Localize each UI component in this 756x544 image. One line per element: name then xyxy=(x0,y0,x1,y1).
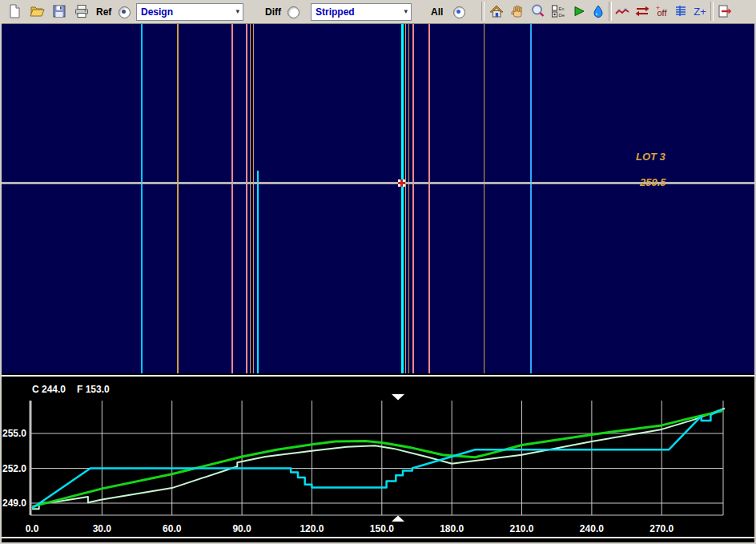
plan-line xyxy=(412,24,414,373)
zoom-window-icon xyxy=(530,3,546,19)
marker-triangle-down xyxy=(392,394,404,401)
section-view[interactable]: 249.0252.0255.00.030.060.090.0120.0150.0… xyxy=(0,378,756,542)
all-radio[interactable] xyxy=(453,6,465,18)
plan-line xyxy=(253,24,254,373)
plan-line xyxy=(405,24,406,373)
droplet-icon xyxy=(590,3,606,19)
y-axis xyxy=(30,401,32,515)
ref-label: Ref xyxy=(96,6,111,18)
ref-radio-dot xyxy=(122,10,126,14)
toolbar-separator xyxy=(710,2,714,21)
application-window: Ref Design ▾ Diff Stripped ▾ All xyxy=(0,0,756,544)
play-icon xyxy=(571,3,587,19)
chevron-down-icon: ▾ xyxy=(235,7,239,15)
x-tick-label: 240.0 xyxy=(580,523,604,534)
all-label: All xyxy=(431,6,443,18)
drainage-button[interactable] xyxy=(589,2,608,21)
exaggeration-toggle-button[interactable]: Ex De xyxy=(549,2,569,21)
zoom-window-button[interactable] xyxy=(529,2,548,21)
x-tick-label: 120.0 xyxy=(300,523,324,534)
offset-readout: F 153.0 xyxy=(77,384,110,395)
z-plus-icon: Z+ xyxy=(691,3,709,19)
plan-line xyxy=(530,24,532,373)
off-label: off xyxy=(657,8,667,18)
x-tick-label: 0.0 xyxy=(26,523,39,534)
ref-radio[interactable] xyxy=(119,6,131,18)
profile-line-icon xyxy=(614,3,630,19)
play-button[interactable] xyxy=(569,2,589,21)
plan-view[interactable]: LOT 3 259.5 xyxy=(0,24,756,373)
series-pale-green-line xyxy=(32,409,725,510)
plan-line xyxy=(257,171,259,373)
zplus-label: Z+ xyxy=(694,6,706,18)
save-icon xyxy=(51,3,67,19)
elevation-label: 259.5 xyxy=(640,176,666,188)
cursor-crosshair xyxy=(398,179,405,187)
open-folder-icon xyxy=(29,3,45,19)
x-tick-label: 30.0 xyxy=(93,523,112,534)
plan-line xyxy=(428,24,430,373)
x-tick-label: 60.0 xyxy=(163,523,182,534)
pan-hand-icon xyxy=(509,3,525,19)
chainage-readout: C 244.0 xyxy=(32,384,66,395)
marker-triangle-up xyxy=(392,516,404,522)
section-chart: 249.0252.0255.00.030.060.090.0120.0150.0… xyxy=(0,378,756,542)
plan-line xyxy=(246,24,247,373)
window-border-left xyxy=(0,23,2,544)
x-tick-label: 150.0 xyxy=(370,523,394,534)
de-label: De xyxy=(559,13,565,18)
ex-label: Ex xyxy=(559,6,565,11)
exit-icon xyxy=(716,3,732,19)
section-status: C 244.0F 153.0 xyxy=(32,384,121,395)
x-tick-label: 210.0 xyxy=(510,523,534,534)
plan-line xyxy=(141,24,143,373)
exit-button[interactable] xyxy=(714,2,734,21)
x-tick-label: 270.0 xyxy=(649,523,674,534)
zoom-plus-button[interactable]: Z+ xyxy=(690,2,710,21)
toolbar-separator xyxy=(481,2,485,21)
y-tick-label: 249.0 xyxy=(2,498,26,509)
design-combobox-value: Design xyxy=(137,6,173,18)
series-green-line xyxy=(32,411,722,507)
design-combobox[interactable]: Design ▾ xyxy=(136,3,243,21)
plan-line xyxy=(484,24,485,373)
open-file-button[interactable] xyxy=(27,2,46,21)
new-file-icon xyxy=(6,3,22,19)
profile-button[interactable] xyxy=(613,2,632,21)
plan-line xyxy=(250,24,251,373)
lot-label: LOT 3 xyxy=(636,151,666,163)
home-view-button[interactable] xyxy=(487,2,506,21)
save-button[interactable] xyxy=(50,2,69,21)
plan-line xyxy=(401,24,404,373)
offset-off-icon: + off xyxy=(653,3,670,19)
swap-direction-button[interactable] xyxy=(633,2,652,21)
x-tick-label: 180.0 xyxy=(440,523,464,534)
stripped-combobox-value: Stripped xyxy=(312,6,355,18)
toolbar-separator xyxy=(609,2,612,21)
levels-icon xyxy=(673,3,689,19)
x-tick-label: 90.0 xyxy=(232,523,251,534)
print-icon xyxy=(74,3,90,19)
y-tick-label: 252.0 xyxy=(2,463,26,474)
plan-line xyxy=(408,24,409,373)
levels-button[interactable] xyxy=(671,2,690,21)
diff-radio[interactable] xyxy=(288,6,300,18)
swap-arrows-icon xyxy=(634,3,650,19)
plan-line xyxy=(177,24,179,373)
y-tick-label: 255.0 xyxy=(2,428,26,439)
pan-button[interactable] xyxy=(508,2,527,21)
plan-line xyxy=(231,24,233,373)
toolbar: Ref Design ▾ Diff Stripped ▾ All xyxy=(0,0,756,24)
print-button[interactable] xyxy=(72,2,91,21)
diff-label: Diff xyxy=(265,6,281,18)
home-icon xyxy=(489,3,505,19)
new-file-button[interactable] xyxy=(5,2,24,21)
offset-toggle-button[interactable]: + off xyxy=(652,2,671,21)
section-bottom-border xyxy=(0,537,756,538)
all-radio-dot xyxy=(456,10,460,14)
chevron-down-icon: ▾ xyxy=(404,7,408,15)
ex-de-checkboxes-icon: Ex De xyxy=(550,3,568,19)
stripped-combobox[interactable]: Stripped ▾ xyxy=(311,3,412,21)
